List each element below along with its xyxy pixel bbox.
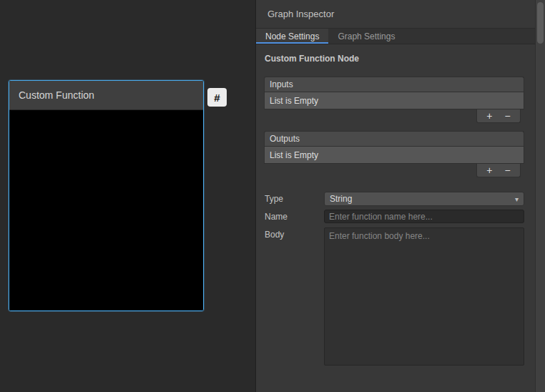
outputs-add-button[interactable]: +	[483, 165, 495, 175]
type-dropdown[interactable]: String ▾	[324, 192, 524, 206]
tab-graph-settings-label: Graph Settings	[338, 31, 395, 41]
type-dropdown-value: String	[330, 194, 352, 204]
scrollbar-thumb[interactable]	[537, 2, 544, 44]
inputs-empty-label: List is Empty	[270, 96, 318, 106]
graph-inspector-panel: Graph Inspector Node Settings Graph Sett…	[255, 0, 545, 392]
inspector-tabbar: Node Settings Graph Settings	[256, 29, 545, 44]
type-label: Type	[264, 192, 324, 206]
hash-icon: #	[214, 92, 220, 104]
inspector-title: Graph Inspector	[267, 9, 334, 19]
minus-icon: −	[505, 165, 511, 176]
type-field-row: Type String ▾	[264, 192, 524, 206]
custom-function-node[interactable]: Custom Function	[9, 80, 204, 311]
plus-icon: +	[486, 110, 492, 122]
body-label: Body	[264, 227, 324, 242]
inputs-empty-row: List is Empty	[264, 92, 524, 109]
outputs-list-footer-wrap: + −	[264, 164, 524, 177]
graph-canvas[interactable]: Custom Function #	[0, 0, 255, 392]
name-label: Name	[264, 210, 324, 224]
outputs-list-header: Outputs	[264, 131, 524, 146]
shader-graph-window: Custom Function # Graph Inspector Node S…	[0, 0, 545, 392]
inputs-header-label: Inputs	[270, 79, 293, 89]
body-field-row: Body	[264, 227, 524, 366]
chevron-down-icon: ▾	[515, 195, 519, 203]
tab-node-settings[interactable]: Node Settings	[256, 29, 328, 44]
inspector-header: Graph Inspector	[256, 0, 545, 29]
outputs-header-label: Outputs	[270, 134, 300, 144]
inputs-list-header: Inputs	[264, 77, 524, 92]
inputs-add-button[interactable]: +	[483, 111, 495, 121]
function-body-input[interactable]	[324, 227, 524, 366]
inspector-content: Custom Function Node Inputs List is Empt…	[256, 44, 536, 366]
outputs-remove-button[interactable]: −	[502, 165, 514, 175]
node-title: Custom Function	[19, 89, 94, 101]
inputs-list-footer: + −	[476, 109, 521, 123]
inputs-remove-button[interactable]: −	[502, 111, 514, 121]
inspector-scrollbar[interactable]	[535, 0, 545, 392]
outputs-list: Outputs List is Empty + −	[264, 131, 524, 177]
tab-node-settings-label: Node Settings	[265, 31, 319, 41]
node-title-bar[interactable]: Custom Function	[9, 81, 203, 110]
minus-icon: −	[505, 110, 511, 122]
node-settings-fields: Type String ▾ Name Body	[264, 192, 524, 366]
inputs-list-footer-wrap: + −	[264, 109, 524, 123]
outputs-list-footer: + −	[476, 164, 521, 177]
node-preview-area	[9, 110, 203, 311]
outputs-empty-row: List is Empty	[264, 146, 524, 164]
function-name-input[interactable]	[324, 210, 524, 223]
outputs-empty-label: List is Empty	[270, 150, 318, 160]
plus-icon: +	[486, 165, 492, 176]
inputs-list: Inputs List is Empty + −	[264, 77, 524, 123]
tab-graph-settings[interactable]: Graph Settings	[328, 29, 404, 44]
section-title: Custom Function Node	[265, 54, 524, 64]
node-docs-badge[interactable]: #	[207, 88, 227, 107]
name-field-row: Name	[264, 210, 524, 224]
